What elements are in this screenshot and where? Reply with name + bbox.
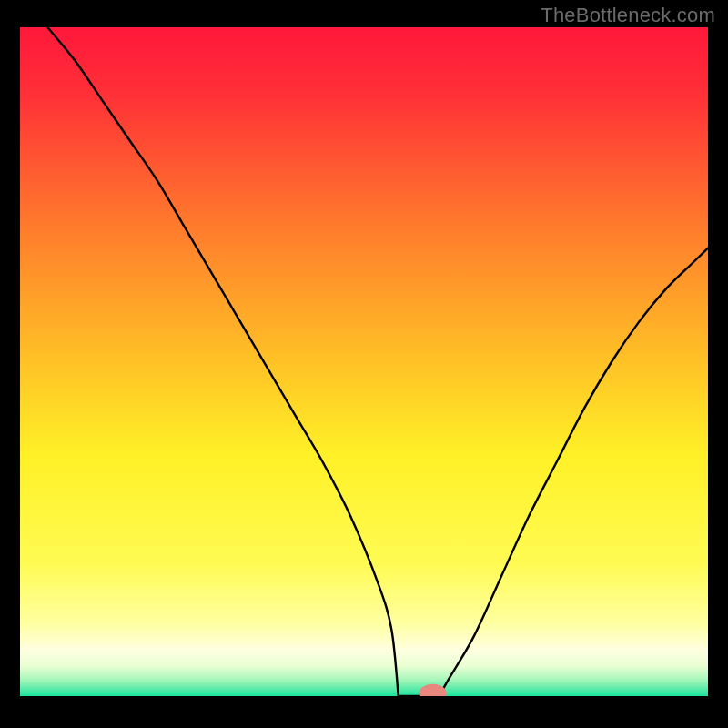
chart-frame: TheBottleneck.com [0,0,728,728]
chart-svg [20,27,708,696]
gradient-background [20,27,708,696]
watermark-text: TheBottleneck.com [541,4,715,27]
plot-area [20,27,708,696]
